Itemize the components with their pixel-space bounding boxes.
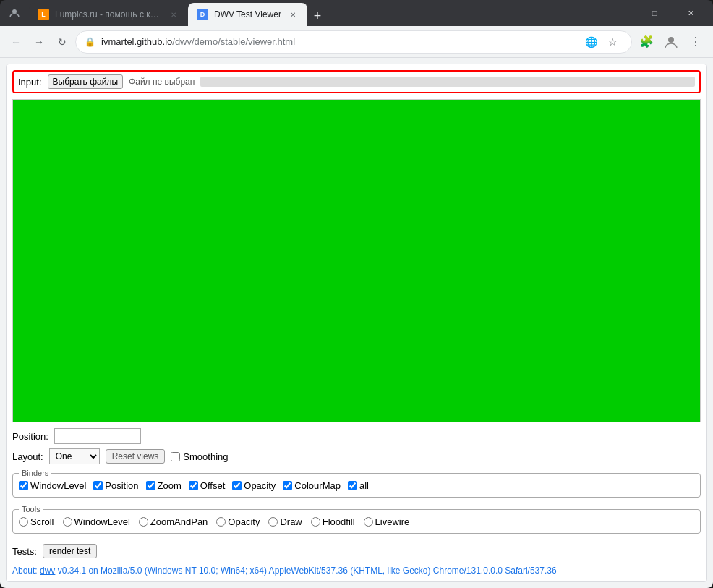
url-domain: ivmartel.github.io xyxy=(101,36,172,47)
canvas-area[interactable] xyxy=(12,99,701,422)
tab-label-2: DWV Test Viewer xyxy=(214,9,281,20)
tab-close-2[interactable]: ✕ xyxy=(287,9,299,20)
binder-colourmap-checkbox[interactable] xyxy=(283,481,292,490)
binder-offset: Offset xyxy=(189,480,225,491)
browser-controls-left xyxy=(6,4,23,22)
file-choose-button[interactable]: Выбрать файлы xyxy=(48,74,124,89)
reset-views-button[interactable]: Reset views xyxy=(106,449,166,464)
back-button[interactable]: ← xyxy=(6,32,26,52)
binder-position: Position xyxy=(93,480,138,491)
refresh-button[interactable]: ↻ xyxy=(52,32,72,52)
tests-label: Tests: xyxy=(12,546,37,557)
svg-point-0 xyxy=(12,9,17,14)
browser-extra-buttons: 🧩 ⋮ xyxy=(635,30,707,54)
about-row: About: dwv v0.34.1 on Mozilla/5.0 (Windo… xyxy=(12,566,701,576)
extensions-icon[interactable]: 🧩 xyxy=(635,30,658,54)
input-label: Input: xyxy=(18,77,42,88)
tool-scroll-radio[interactable] xyxy=(19,517,28,527)
input-row: Input: Выбрать файлы Файл не выбран xyxy=(12,70,701,93)
tool-zoomandpan: ZoomAndPan xyxy=(139,516,208,527)
binder-all: all xyxy=(348,480,369,491)
tools-row: Scroll WindowLevel ZoomAndPan Opaci xyxy=(19,516,694,527)
forward-button[interactable]: → xyxy=(29,32,49,52)
lock-icon: 🔒 xyxy=(85,37,95,47)
binders-row: WindowLevel Position Zoom Offset xyxy=(19,480,694,491)
binder-zoom: Zoom xyxy=(146,480,182,491)
binder-all-checkbox[interactable] xyxy=(348,481,357,490)
tool-zoomandpan-radio[interactable] xyxy=(139,517,148,527)
tab-lumpics[interactable]: L Lumpics.ru - помощь с компь… ✕ xyxy=(29,3,188,26)
url-text: ivmartel.github.io/dwv/demo/stable/viewe… xyxy=(101,36,575,47)
tool-floodfill-radio[interactable] xyxy=(311,517,320,527)
close-button[interactable]: ✕ xyxy=(674,2,707,24)
controls-area: Position: Layout: One Reset views Smooth… xyxy=(12,428,701,576)
translate-icon[interactable]: 🌐 xyxy=(581,32,601,52)
window-controls: — □ ✕ xyxy=(602,2,707,24)
menu-icon[interactable]: ⋮ xyxy=(684,30,707,54)
binder-opacity: Opacity xyxy=(232,480,276,491)
maximize-button[interactable]: □ xyxy=(638,2,671,24)
url-actions: 🌐 ☆ xyxy=(581,32,623,52)
binder-windowlevel: WindowLevel xyxy=(19,480,86,491)
binder-colourmap: ColourMap xyxy=(283,480,341,491)
tab-dwv[interactable]: D DWV Test Viewer ✕ xyxy=(188,3,307,26)
tool-opacity-radio[interactable] xyxy=(216,517,226,527)
tool-draw-radio[interactable] xyxy=(268,517,278,527)
binder-offset-checkbox[interactable] xyxy=(189,481,198,490)
position-label: Position: xyxy=(12,431,48,442)
tools-legend: Tools xyxy=(19,505,43,514)
url-bar[interactable]: 🔒 ivmartel.github.io/dwv/demo/stable/vie… xyxy=(75,30,632,54)
layout-label: Layout: xyxy=(12,451,43,462)
smoothing-checkbox[interactable] xyxy=(171,452,180,461)
tool-windowlevel-radio[interactable] xyxy=(63,517,72,527)
about-dwv-link[interactable]: dwv xyxy=(40,566,55,576)
profile-avatar-icon[interactable] xyxy=(659,30,683,54)
binder-opacity-checkbox[interactable] xyxy=(232,481,242,490)
binder-zoom-checkbox[interactable] xyxy=(146,481,155,490)
tab-favicon-1: L xyxy=(38,9,49,20)
profile-button[interactable] xyxy=(6,4,23,22)
layout-select[interactable]: One xyxy=(49,448,100,464)
tool-livewire-radio[interactable] xyxy=(364,517,373,527)
progress-bar-container xyxy=(200,77,695,87)
binder-windowlevel-checkbox[interactable] xyxy=(19,481,28,490)
about-rest-text: v0.34.1 on Mozilla/5.0 (Windows NT 10.0;… xyxy=(55,566,556,576)
address-bar: ← → ↻ 🔒 ivmartel.github.io/dwv/demo/stab… xyxy=(0,26,713,58)
about-prefix: About: xyxy=(12,566,40,576)
binders-fieldset: Binders WindowLevel Position Zoom xyxy=(12,469,701,498)
tool-windowlevel: WindowLevel xyxy=(63,516,130,527)
binders-legend: Binders xyxy=(19,469,51,477)
tool-opacity: Opacity xyxy=(216,516,260,527)
new-tab-button[interactable]: + xyxy=(307,6,328,26)
position-row: Position: xyxy=(12,428,701,444)
file-no-selected-text: Файл не выбран xyxy=(129,77,195,87)
tool-draw: Draw xyxy=(268,516,302,527)
bookmark-icon[interactable]: ☆ xyxy=(602,32,623,52)
smoothing-label: Smoothing xyxy=(171,451,228,462)
svg-point-1 xyxy=(668,37,674,43)
url-path: /dwv/demo/stable/viewer.html xyxy=(172,36,295,47)
minimize-button[interactable]: — xyxy=(602,2,635,24)
tab-label-1: Lumpics.ru - помощь с компь… xyxy=(55,9,162,20)
title-bar: L Lumpics.ru - помощь с компь… ✕ D DWV T… xyxy=(0,0,713,26)
page-content: Input: Выбрать файлы Файл не выбран Posi… xyxy=(0,58,713,588)
tests-row: Tests: render test xyxy=(12,544,701,558)
tab-close-1[interactable]: ✕ xyxy=(168,9,179,20)
tool-livewire: Livewire xyxy=(364,516,410,527)
binder-position-checkbox[interactable] xyxy=(93,481,103,490)
tool-scroll: Scroll xyxy=(19,516,54,527)
page-inner: Input: Выбрать файлы Файл не выбран Posi… xyxy=(6,64,707,582)
browser-window: L Lumpics.ru - помощь с компь… ✕ D DWV T… xyxy=(0,0,713,588)
layout-row: Layout: One Reset views Smoothing xyxy=(12,448,701,464)
tab-favicon-2: D xyxy=(197,9,208,20)
tool-floodfill: Floodfill xyxy=(311,516,355,527)
position-input[interactable] xyxy=(54,428,141,444)
tools-fieldset: Tools Scroll WindowLevel ZoomAndPan xyxy=(12,505,701,534)
render-test-button[interactable]: render test xyxy=(43,544,97,558)
tab-bar: L Lumpics.ru - помощь с компь… ✕ D DWV T… xyxy=(29,0,593,26)
